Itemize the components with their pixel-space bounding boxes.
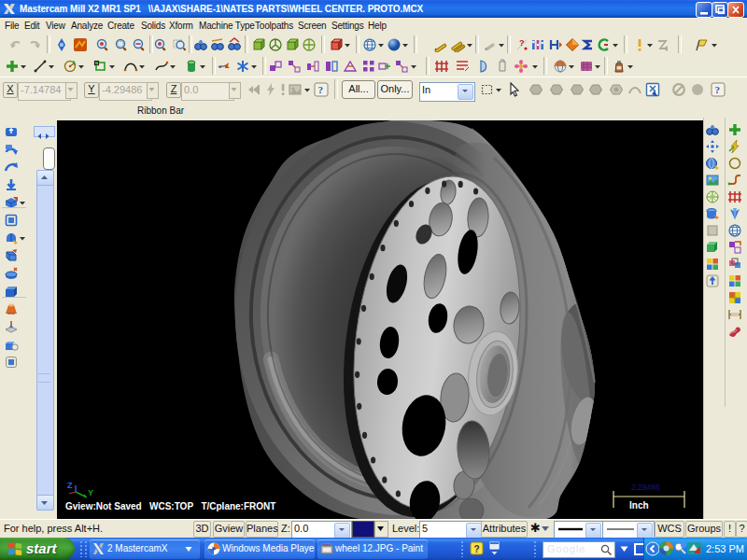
svg-text:Y: Y [88,488,93,497]
svg-text:Inch: Inch [629,500,649,511]
svg-text:Z: Z [67,481,73,490]
svg-text:?: ? [318,84,324,95]
svg-text:?: ? [715,84,721,95]
svg-text:?: ? [474,544,480,554]
svg-text:?: ? [519,38,525,48]
svg-text:2.29486: 2.29486 [631,483,660,492]
